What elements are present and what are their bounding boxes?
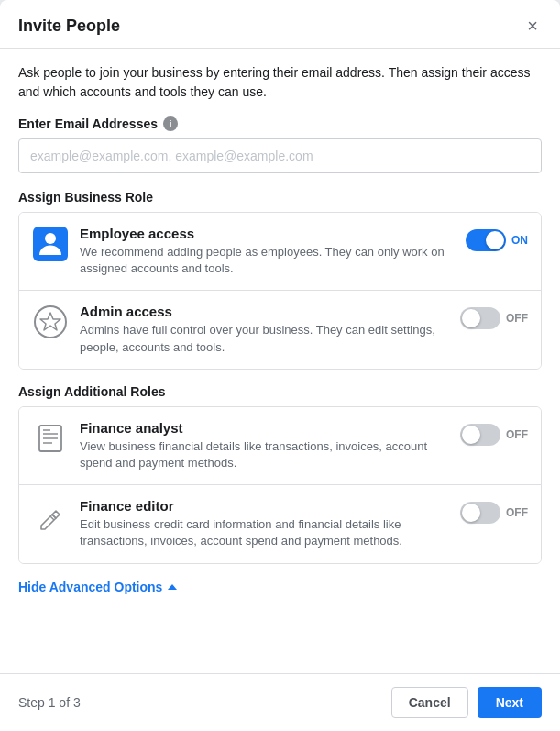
finance-analyst-icon <box>32 420 69 457</box>
admin-toggle-track <box>460 307 500 329</box>
finance-analyst-toggle[interactable] <box>460 424 500 446</box>
finance-editor-toggle-thumb <box>462 504 480 522</box>
finance-editor-name: Finance editor <box>80 498 449 514</box>
employee-toggle[interactable] <box>466 229 506 251</box>
finance-analyst-name: Finance analyst <box>80 420 449 436</box>
admin-toggle-area: OFF <box>460 307 528 329</box>
email-section-label: Enter Email Addresses i <box>18 116 542 131</box>
modal-body: Ask people to join your business by ente… <box>0 49 560 673</box>
employee-toggle-thumb <box>486 231 504 249</box>
finance-editor-toggle-track <box>460 502 500 524</box>
finance-analyst-toggle-track <box>460 424 500 446</box>
email-info-icon[interactable]: i <box>163 116 178 131</box>
next-button[interactable]: Next <box>478 687 542 718</box>
finance-analyst-toggle-area: OFF <box>460 424 528 446</box>
finance-analyst-role-item: Finance analyst View business financial … <box>19 407 541 485</box>
finance-editor-desc: Edit business credit card information an… <box>80 516 449 549</box>
svg-point-0 <box>45 233 56 244</box>
employee-toggle-area: ON <box>466 229 528 251</box>
admin-role-item: Admin access Admins have full control ov… <box>19 291 541 368</box>
additional-roles-section: Finance analyst View business financial … <box>18 406 542 564</box>
modal-header: Invite People × <box>0 0 560 49</box>
employee-toggle-track <box>466 229 506 251</box>
finance-editor-icon <box>32 498 69 535</box>
employee-role-item: Employee access We recommend adding peop… <box>19 213 541 291</box>
employee-role-desc: We recommend adding people as employees.… <box>80 244 455 277</box>
email-input[interactable] <box>18 138 542 173</box>
business-role-label: Assign Business Role <box>18 190 542 205</box>
employee-role-content: Employee access We recommend adding peop… <box>80 226 455 277</box>
additional-roles-label: Assign Additional Roles <box>18 384 542 399</box>
finance-analyst-toggle-label: OFF <box>506 428 528 441</box>
svg-point-1 <box>35 306 66 338</box>
employee-role-icon <box>32 226 69 262</box>
admin-role-desc: Admins have full control over your busin… <box>80 322 449 355</box>
finance-analyst-toggle-thumb <box>462 426 480 444</box>
admin-role-name: Admin access <box>80 304 449 319</box>
admin-toggle[interactable] <box>460 307 500 329</box>
modal-footer: Step 1 of 3 Cancel Next <box>0 673 560 731</box>
admin-toggle-thumb <box>462 309 480 327</box>
svg-marker-2 <box>40 313 60 330</box>
modal-title: Invite People <box>18 17 120 36</box>
admin-role-content: Admin access Admins have full control ov… <box>80 304 449 355</box>
business-roles-section: Employee access We recommend adding peop… <box>18 212 542 370</box>
finance-analyst-content: Finance analyst View business financial … <box>80 420 449 471</box>
employee-role-name: Employee access <box>80 226 455 241</box>
finance-editor-toggle[interactable] <box>460 502 500 524</box>
footer-buttons: Cancel Next <box>391 687 542 718</box>
finance-editor-toggle-area: OFF <box>460 502 528 524</box>
svg-line-8 <box>50 516 54 520</box>
cancel-button[interactable]: Cancel <box>391 687 468 718</box>
finance-analyst-desc: View business financial details like tra… <box>80 438 449 471</box>
close-button[interactable]: × <box>523 15 542 37</box>
finance-editor-content: Finance editor Edit business credit card… <box>80 498 449 549</box>
intro-text: Ask people to join your business by ente… <box>18 63 542 102</box>
chevron-up-icon <box>168 584 177 590</box>
finance-editor-role-item: Finance editor Edit business credit card… <box>19 485 541 562</box>
finance-editor-toggle-label: OFF <box>506 506 528 519</box>
step-indicator: Step 1 of 3 <box>18 695 81 710</box>
employee-toggle-label: ON <box>511 234 528 247</box>
hide-advanced-options-link[interactable]: Hide Advanced Options <box>18 580 177 594</box>
invite-people-modal: Invite People × Ask people to join your … <box>0 0 560 731</box>
admin-toggle-label: OFF <box>506 312 528 325</box>
admin-role-icon <box>32 304 69 340</box>
